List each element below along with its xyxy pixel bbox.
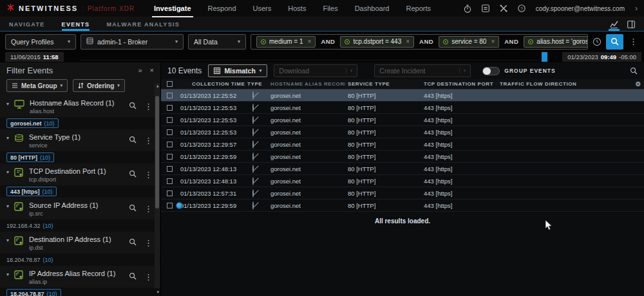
topnav-item-respond[interactable]: Respond <box>208 0 236 17</box>
filter-search-icon[interactable] <box>129 271 137 282</box>
table-row[interactable]: 01/13/2023 12:48:13gorosei.net80 [HTTP]4… <box>161 175 644 187</box>
query-menu-kebab-icon[interactable]: ⋮ <box>628 37 639 46</box>
meta-filter-header[interactable]: ▾Hostname Alias Record (1)alias.host⋮ <box>0 96 160 117</box>
row-checkbox[interactable] <box>167 93 173 98</box>
meta-value[interactable]: 80 [HTTP](10) <box>6 153 54 162</box>
topnav-item-investigate[interactable]: Investigate <box>154 0 191 17</box>
range-end[interactable]: 01/23/2023 09:49 -05:00 <box>562 52 641 62</box>
filter-search-icon[interactable] <box>129 237 137 248</box>
table-row[interactable]: 01/13/2023 12:25:52gorosei.net80 [HTTP]4… <box>161 89 644 102</box>
group-events-toggle[interactable] <box>482 67 500 75</box>
topnav-item-files[interactable]: Files <box>323 0 337 17</box>
help-icon[interactable]: ? <box>518 5 526 12</box>
remove-pill-icon[interactable]: × <box>308 38 312 45</box>
collapse-panel-icon[interactable]: » <box>138 66 142 74</box>
topnav-item-hosts[interactable]: Hosts <box>288 0 306 17</box>
table-row[interactable]: 01/13/2023 12:29:57gorosei.net80 [HTTP]4… <box>161 138 644 151</box>
row-checkbox[interactable] <box>167 166 173 172</box>
scroll-up-icon[interactable]: ▾ <box>156 84 159 89</box>
query-console-clock-icon[interactable] <box>592 37 601 46</box>
filter-menu-kebab-icon[interactable]: ⋮ <box>143 273 154 281</box>
events-search-icon[interactable] <box>630 67 638 75</box>
meta-value[interactable]: 443 [https](10) <box>6 187 57 196</box>
select-all-checkbox[interactable] <box>167 81 173 87</box>
column-header-collection-time[interactable]: COLLECTION TIME <box>180 81 245 87</box>
meta-filter-header[interactable]: ▾TCP Destination Port (1)tcp.dstport⋮ <box>0 164 160 185</box>
chevron-down-icon[interactable]: ▾ <box>6 272 9 277</box>
query-pill-bar[interactable]: medium = 1×ANDtcp.dstport = 443×ANDservi… <box>251 34 588 50</box>
query-pill[interactable]: alias.host = 'gorosei.net'× <box>524 36 588 48</box>
row-checkbox[interactable] <box>167 190 173 196</box>
meta-value[interactable]: 192.168.4.32(10) <box>6 223 53 229</box>
table-row[interactable]: 01/13/2023 12:25:53gorosei.net80 [HTTP]4… <box>161 114 644 126</box>
column-header-type[interactable]: TYPE <box>245 81 268 87</box>
user-menu-chevron-icon[interactable]: › <box>635 4 638 13</box>
row-checkbox[interactable] <box>167 178 173 184</box>
user-email[interactable]: cody.spooner@netwitness.com <box>536 5 625 12</box>
filter-menu-kebab-icon[interactable]: ⋮ <box>143 102 154 111</box>
timer-icon[interactable] <box>464 5 471 13</box>
row-checkbox[interactable] <box>167 142 173 147</box>
query-pill[interactable]: service = 80× <box>439 36 499 48</box>
close-panel-icon[interactable]: × <box>150 66 154 74</box>
query-pill[interactable]: tcp.dstport = 443× <box>340 36 414 48</box>
column-group-dropdown[interactable]: Mismatch ▾ <box>208 64 267 77</box>
filter-search-icon[interactable] <box>129 203 137 214</box>
service-dropdown[interactable]: admin-1 - Broker ▾ <box>80 34 184 50</box>
tab-malware-analysis[interactable]: MALWARE ANALYSIS <box>106 17 180 31</box>
column-header-service-type[interactable]: SERVICE TYPE <box>345 81 421 87</box>
remove-pill-icon[interactable]: × <box>491 38 495 45</box>
download-dropdown[interactable]: Download ▾ <box>274 64 357 77</box>
filter-menu-kebab-icon[interactable]: ⋮ <box>143 239 154 247</box>
event-analysis-icon[interactable] <box>176 202 183 209</box>
row-checkbox[interactable] <box>167 154 173 160</box>
chevron-down-icon[interactable]: ▾ <box>6 169 9 175</box>
filter-menu-kebab-icon[interactable]: ⋮ <box>143 136 154 145</box>
tools-icon[interactable] <box>500 5 507 12</box>
scroll-down-icon[interactable]: ▾ <box>156 290 159 295</box>
meta-filter-header[interactable]: ▾Source IP Address (1)ip.src⋮ <box>0 198 160 219</box>
table-row[interactable]: 01/13/2023 12:25:53gorosei.net80 [HTTP]4… <box>161 126 644 138</box>
column-header-traffic-flow-direction[interactable]: TRAFFIC FLOW DIRECTION <box>497 81 644 87</box>
row-checkbox[interactable] <box>167 105 173 111</box>
meta-filter-header[interactable]: ▾Service Type (1)service⋮ <box>0 130 160 151</box>
remove-pill-icon[interactable]: × <box>406 38 410 45</box>
row-checkbox[interactable] <box>167 117 173 123</box>
timeline-selection-block[interactable] <box>542 52 547 62</box>
table-row[interactable]: 01/13/2023 12:29:59gorosei.net80 [HTTP]4… <box>161 199 644 212</box>
filter-search-icon[interactable] <box>129 134 137 146</box>
topnav-item-users[interactable]: Users <box>253 0 272 17</box>
meta-filter-header[interactable]: ▾IP Address Alias Record (1)alias.ip⋮ <box>0 266 160 288</box>
row-checkbox[interactable] <box>167 203 173 208</box>
filter-search-icon[interactable] <box>129 169 137 180</box>
filter-menu-kebab-icon[interactable]: ⋮ <box>143 171 154 179</box>
meta-value[interactable]: gorosei.net(10) <box>6 118 59 128</box>
meta-value[interactable]: 18.204.78.87(10) <box>6 257 53 263</box>
tab-events[interactable]: EVENTS <box>62 17 90 31</box>
table-row[interactable]: 01/13/2023 12:25:53gorosei.net80 [HTTP]4… <box>161 102 644 114</box>
panel-view-icon[interactable] <box>627 17 635 31</box>
jobs-icon[interactable] <box>482 5 489 12</box>
topnav-item-dashboard[interactable]: Dashboard <box>355 0 390 17</box>
meta-value[interactable]: 18.204.78.87(10) <box>6 289 61 296</box>
query-pill[interactable]: medium = 1× <box>256 36 316 48</box>
search-button[interactable] <box>606 34 623 50</box>
table-row[interactable]: 01/13/2023 12:48:13gorosei.net80 [HTTP]4… <box>161 163 644 175</box>
row-checkbox[interactable] <box>167 129 173 135</box>
tab-navigate[interactable]: NAVIGATE <box>9 17 45 31</box>
chevron-down-icon[interactable]: ▾ <box>6 237 9 243</box>
column-header-hostname-alias-record[interactable]: HOSTNAME ALIAS RECORD <box>268 81 345 87</box>
filter-menu-kebab-icon[interactable]: ⋮ <box>143 205 154 213</box>
meta-filter-header[interactable]: ▾Destination IP Address (1)ip.dst⋮ <box>0 232 160 254</box>
scrollbar-thumb[interactable] <box>155 96 159 208</box>
chevron-down-icon[interactable]: ▾ <box>6 135 9 141</box>
meta-group-dropdown[interactable]: Meta Group ▾ <box>6 79 68 92</box>
sidebar-scrollbar[interactable] <box>155 83 160 288</box>
chevron-down-icon[interactable]: ▾ <box>6 101 9 107</box>
topnav-item-reports[interactable]: Reports <box>406 0 431 17</box>
time-range-dropdown[interactable]: All Data ▾ <box>188 34 246 50</box>
query-profiles-dropdown[interactable]: Query Profiles ▾ <box>5 34 76 50</box>
table-row[interactable]: 01/13/2023 12:29:59gorosei.net80 [HTTP]4… <box>161 151 644 163</box>
column-header-tcp-destination-port[interactable]: TCP DESTINATION PORT <box>421 81 497 87</box>
create-incident-dropdown[interactable]: Create Incident ▾ <box>374 64 471 77</box>
